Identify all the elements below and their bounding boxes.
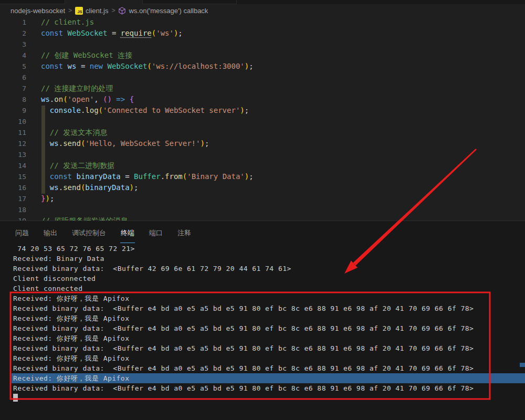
- terminal-line: Received binary data: <Buffer e4 bd a0 e…: [12, 343, 525, 353]
- line-number: 2: [0, 28, 26, 39]
- line-number: 17: [0, 193, 26, 204]
- line-number: 19: [0, 215, 26, 220]
- breadcrumb-item-folder[interactable]: nodejs-websocket: [10, 7, 65, 15]
- line-number: 18: [0, 204, 26, 215]
- terminal-line: Received binary data: <Buffer e4 bd a0 e…: [12, 303, 525, 313]
- terminal-output[interactable]: 74 20 53 65 72 76 65 72 21>Received: Bin…: [0, 244, 525, 403]
- line-number: 9: [0, 105, 26, 116]
- terminal-line: Received: 你好呀，我是 Apifox: [12, 313, 525, 323]
- code-line: 10: [0, 116, 525, 127]
- code-line: 9 console.log('Connected to WebSocket se…: [0, 105, 525, 116]
- terminal-line: 74 20 53 65 72 76 65 72 21>: [12, 244, 525, 254]
- panel-tab-problems[interactable]: 问题: [15, 222, 29, 243]
- panel-tab-comments[interactable]: 注释: [177, 222, 192, 243]
- code-line: 4// 创建 WebSocket 连接: [0, 50, 525, 61]
- chevron-right-icon: >: [111, 7, 116, 14]
- code-line: 18: [0, 204, 525, 215]
- code-line: 14 // 发送二进制数据: [0, 160, 525, 171]
- line-number: 4: [0, 50, 26, 61]
- line-number: 11: [0, 127, 26, 138]
- selection-fragment: [520, 363, 525, 367]
- code-line: 15 const binaryData = Buffer.from('Binar…: [0, 171, 525, 182]
- code-line: 17});: [0, 193, 525, 204]
- chevron-right-icon: >: [68, 7, 72, 14]
- line-number: 12: [0, 138, 26, 149]
- code-line: 2const WebSocket = require('ws');: [0, 28, 525, 39]
- line-number: 15: [0, 171, 26, 182]
- code-line: 16 ws.send(binaryData);: [0, 182, 525, 193]
- editor-tab-bar: [0, 0, 525, 4]
- code-line: 5const ws = new WebSocket('ws://localhos…: [0, 61, 525, 72]
- code-line: 7// 连接建立时的处理: [0, 83, 525, 94]
- line-number: 7: [0, 83, 26, 94]
- code-area: 1// client.js2const WebSocket = require(…: [0, 17, 525, 220]
- terminal-line: [12, 393, 525, 403]
- breadcrumb-item-symbol[interactable]: ws.on('message') callback: [129, 7, 208, 15]
- line-number: 13: [0, 149, 26, 160]
- tab-separator: [65, 0, 65, 4]
- terminal-line: Received: 你好呀，我是 Apifox: [12, 353, 525, 363]
- terminal-line: Received binary data: <Buffer e4 bd a0 e…: [12, 323, 525, 333]
- terminal-line: Received binary data: <Buffer 42 69 6e 6…: [12, 264, 525, 274]
- terminal-line: Received: 你好呀，我是 Apifox: [12, 293, 525, 303]
- terminal-line: Received: 你好呀，我是 Apifox: [12, 333, 525, 343]
- code-line: 1// client.js: [0, 17, 525, 28]
- code-editor[interactable]: 1// client.js2const WebSocket = require(…: [0, 17, 525, 220]
- line-number: 16: [0, 182, 26, 193]
- line-number: 14: [0, 160, 26, 171]
- line-number: 6: [0, 72, 26, 83]
- code-line: 11 // 发送文本消息: [0, 127, 525, 138]
- code-line: 8ws.on('open', () => {: [0, 94, 525, 105]
- line-number: 1: [0, 17, 26, 28]
- breadcrumb: nodejs-websocket > JS client.js > ws.on(…: [0, 4, 525, 17]
- editor-tab-active[interactable]: [65, 0, 142, 4]
- terminal-line: Client disconnected: [12, 274, 525, 284]
- breadcrumb-item-file[interactable]: client.js: [86, 7, 108, 15]
- terminal-line: Received: 你好呀，我是 Apifox: [12, 373, 525, 383]
- line-number: 3: [0, 39, 26, 50]
- line-number: 8: [0, 94, 26, 105]
- panel-tab-terminal[interactable]: 终端: [120, 222, 135, 243]
- code-line: 13: [0, 149, 525, 160]
- terminal-line: Client connected: [12, 284, 525, 293]
- tab-separator: [236, 0, 237, 4]
- terminal-cursor: [13, 394, 18, 402]
- line-number: 5: [0, 61, 26, 72]
- line-number: 10: [0, 116, 26, 127]
- tab-separator: [142, 0, 143, 4]
- code-line: 3: [0, 39, 525, 50]
- code-line: 6: [0, 72, 525, 83]
- code-line: 19// 监听服务端发送的消息: [0, 215, 525, 220]
- terminal-line: Received: Binary Data: [12, 254, 525, 264]
- panel-tab-output[interactable]: 输出: [43, 222, 58, 243]
- terminal-line: Received binary data: <Buffer e4 bd a0 e…: [12, 383, 525, 393]
- code-line: 12 ws.send('Hello, WebSocket Server!');: [0, 138, 525, 149]
- editor-tab-left[interactable]: [0, 0, 65, 4]
- panel-tabs: 问题输出调试控制台终端端口注释: [0, 221, 525, 243]
- panel-tab-debug-console[interactable]: 调试控制台: [71, 222, 107, 243]
- symbol-cube-icon: [118, 7, 126, 15]
- panel-tab-ports[interactable]: 端口: [149, 222, 163, 243]
- terminal-line: Received binary data: <Buffer e4 bd a0 e…: [12, 363, 525, 373]
- javascript-file-icon: JS: [75, 7, 83, 15]
- editor-tab-right[interactable]: [142, 0, 236, 4]
